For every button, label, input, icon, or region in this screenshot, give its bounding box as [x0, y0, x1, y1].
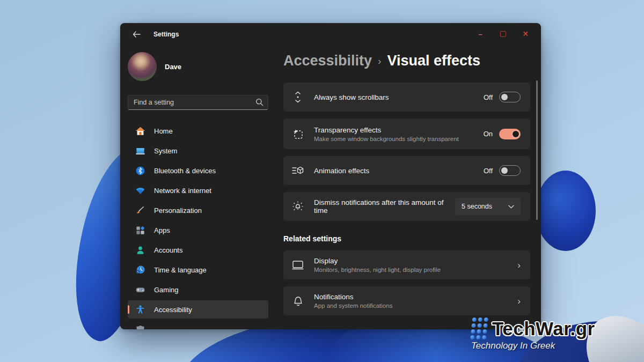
user-profile[interactable]: Dave [128, 52, 268, 81]
search-box [128, 95, 268, 110]
sidebar-item-personalization[interactable]: Personalization [128, 201, 268, 219]
transparency-icon [292, 129, 304, 139]
always-show-scrollbars-toggle[interactable] [499, 92, 521, 102]
dismiss-time-dropdown[interactable]: 5 seconds [455, 198, 521, 215]
home-icon [135, 125, 145, 136]
chevron-right-icon: › [517, 261, 521, 270]
setting-card-dismiss-notifications[interactable]: Dismiss notifications after this amount … [283, 192, 530, 221]
sidebar-item-label: Gaming [154, 286, 179, 294]
watermark-title: TechWar.gr [492, 318, 595, 339]
setting-title: Transparency effects [314, 126, 459, 134]
related-card-notifications[interactable]: Notifications App and system notificatio… [283, 286, 530, 315]
sidebar-item-label: Home [154, 127, 173, 135]
breadcrumb-parent[interactable]: Accessibility [283, 53, 372, 69]
user-avatar [128, 52, 157, 81]
sidebar-item-label: System [154, 147, 177, 155]
dismiss-notifications-icon [292, 201, 304, 212]
search-icon [255, 98, 264, 106]
sidebar-item-network-internet[interactable]: Network & internet [128, 181, 268, 200]
sidebar-item-home[interactable]: Home [128, 122, 268, 140]
setting-title: Always show scrollbars [314, 93, 389, 101]
scrollbar[interactable] [536, 80, 538, 220]
maximize-button[interactable] [492, 26, 514, 41]
techwar-watermark: TechWar.gr Technology In Greek [471, 317, 595, 351]
related-settings-heading: Related settings [283, 234, 530, 243]
minimize-button[interactable]: – [469, 26, 492, 41]
related-title: Notifications [314, 293, 392, 301]
user-name: Dave [165, 63, 181, 71]
titlebar: Settings – ✕ [120, 23, 541, 46]
accounts-icon [135, 245, 145, 255]
sidebar-item-label: Accessibility [154, 306, 192, 314]
network-icon [135, 185, 145, 196]
related-settings-list: Display Monitors, brightness, night ligh… [283, 250, 530, 315]
sidebar-item-accessibility[interactable]: Accessibility [128, 300, 268, 319]
search-input[interactable] [128, 95, 268, 110]
apps-icon [135, 225, 145, 235]
related-card-display[interactable]: Display Monitors, brightness, night ligh… [283, 250, 530, 279]
minimize-icon: – [478, 30, 482, 38]
related-subtitle: App and system notifications [314, 302, 392, 309]
gaming-icon [135, 284, 145, 295]
transparency-effects-toggle[interactable] [499, 129, 521, 139]
setting-title: Animation effects [314, 167, 369, 175]
dropdown-value: 5 seconds [462, 203, 492, 210]
back-button[interactable] [129, 28, 144, 41]
breadcrumb: Accessibility › Visual effects [283, 53, 530, 72]
sidebar-item-label: Bluetooth & devices [154, 167, 216, 175]
setting-card-transparency-effects[interactable]: Transparency effects Make some window ba… [283, 119, 530, 149]
desktop-wallpaper: Settings – ✕ Dave [0, 0, 644, 362]
sidebar-item-bluetooth-devices[interactable]: Bluetooth & devices [128, 161, 268, 180]
related-subtitle: Monitors, brightness, night light, displ… [314, 267, 441, 273]
personalization-icon [135, 205, 145, 216]
scrollbars-icon [292, 91, 304, 103]
techwar-logo-icon [470, 317, 489, 340]
sidebar-nav: Home System Bluetooth & devices [128, 122, 268, 329]
sidebar-item-label: Personalization [154, 206, 202, 215]
sidebar-item-label: Time & language [154, 266, 207, 274]
toggle-knob [501, 167, 508, 174]
shield-icon [135, 324, 145, 329]
setting-subtitle: Make some window backgrounds slightly tr… [314, 136, 459, 142]
back-arrow-icon [133, 31, 141, 38]
sidebar-item-time-language[interactable]: Time & language [128, 261, 268, 279]
main-pane: Accessibility › Visual effects Always sh… [276, 46, 541, 329]
setting-card-always-show-scrollbars[interactable]: Always show scrollbars Off [283, 83, 530, 112]
settings-window: Settings – ✕ Dave [120, 23, 541, 329]
animation-effects-toggle[interactable] [499, 165, 521, 176]
chevron-down-icon [508, 205, 514, 209]
toggle-state-label: On [484, 130, 493, 138]
sidebar-item-accounts[interactable]: Accounts [128, 241, 268, 259]
watermark-subtitle: Technology In Greek [471, 341, 595, 351]
sidebar-item-label: Network & internet [154, 187, 211, 195]
sidebar-item-system[interactable]: System [128, 142, 268, 160]
chevron-right-icon: › [517, 297, 521, 306]
setting-card-animation-effects[interactable]: Animation effects Off [283, 156, 530, 185]
setting-title: Dismiss notifications after this amount … [314, 198, 448, 215]
animation-icon [292, 166, 304, 175]
toggle-knob [501, 94, 508, 100]
display-icon [292, 260, 304, 270]
sidebar-item-apps[interactable]: Apps [128, 221, 268, 239]
settings-card-list: Always show scrollbars Off Transparency … [283, 83, 530, 221]
window-title: Settings [153, 31, 179, 38]
maximize-icon [500, 31, 506, 37]
toggle-state-label: Off [484, 93, 493, 101]
close-icon: ✕ [522, 29, 529, 38]
page-title: Visual effects [387, 53, 480, 69]
toggle-knob [513, 131, 519, 137]
sidebar-item-privacy-partial[interactable] [128, 320, 268, 329]
related-title: Display [314, 257, 441, 265]
accessibility-icon [135, 304, 145, 315]
wallpaper-bloom-petal [536, 171, 596, 251]
system-icon [135, 145, 145, 156]
sidebar: Dave Home [120, 46, 276, 329]
bluetooth-icon [135, 165, 145, 176]
breadcrumb-separator-icon: › [378, 55, 381, 67]
sidebar-item-label: Accounts [154, 246, 182, 254]
sidebar-item-label: Apps [154, 226, 170, 234]
notifications-icon [292, 295, 304, 307]
sidebar-item-gaming[interactable]: Gaming [128, 280, 268, 299]
toggle-state-label: Off [484, 167, 493, 175]
close-button[interactable]: ✕ [514, 26, 537, 41]
